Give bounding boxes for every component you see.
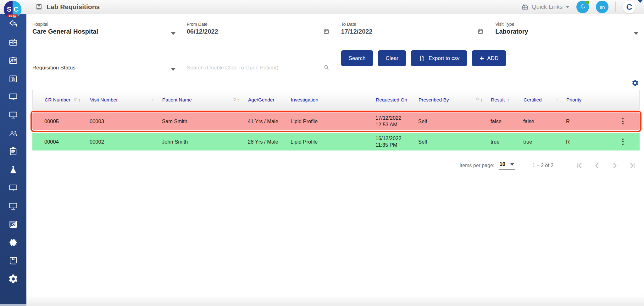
sidebar-item-workspace[interactable] — [8, 37, 19, 47]
sidebar-item-monitor-3[interactable] — [8, 183, 19, 193]
to-date-value: 17/12/2022 — [341, 28, 373, 35]
column-prescribed-by[interactable]: Prescribed By ↑ — [419, 97, 491, 103]
search-button-label: Search — [349, 55, 366, 62]
to-date-field[interactable]: To Date 17/12/2022 — [341, 22, 486, 38]
visit-type-label: Visit Type — [495, 22, 640, 27]
briefcase-icon — [8, 37, 19, 47]
cell-prescribed-by: Self — [418, 118, 491, 125]
export-csv-button[interactable]: Export to csv — [411, 50, 467, 66]
sort-arrow-icon[interactable]: ↑ — [238, 97, 240, 103]
quick-links-menu[interactable]: Quick Links — [521, 3, 569, 11]
hospital-select[interactable]: Hospital Care General Hospital — [32, 22, 177, 38]
language-button[interactable]: en — [596, 1, 608, 13]
search-input[interactable] — [187, 65, 309, 71]
cell-age-gender: 41 Yrs / Male — [248, 118, 291, 125]
sort-arrow-icon[interactable]: ↑ — [480, 97, 483, 103]
first-page-button[interactable] — [575, 161, 584, 170]
table-settings-button[interactable] — [631, 79, 639, 88]
column-label: Priority — [566, 97, 581, 103]
patient-search-field[interactable] — [187, 65, 331, 74]
sidebar-bottom-strip — [0, 304, 26, 306]
sidebar-item-users[interactable] — [8, 128, 19, 139]
table-row[interactable]: 00004 00002 John Smith 28 Yrs / Male Lip… — [32, 133, 640, 150]
beta-badge: BETA — [8, 14, 18, 17]
column-cr-number[interactable]: CR Number ↑ — [33, 97, 90, 103]
sidebar-item-burst[interactable] — [8, 237, 19, 248]
cell-visit-number: 00002 — [90, 139, 162, 145]
sidebar-item-settings[interactable] — [8, 274, 19, 284]
next-page-button[interactable] — [611, 161, 619, 170]
clear-button[interactable]: Clear — [378, 50, 406, 66]
brand-avatar[interactable]: C — [623, 0, 636, 14]
page-range: 1 – 2 of 2 — [532, 163, 553, 168]
column-label: Age/Gender — [248, 97, 275, 103]
notifications-button[interactable] — [576, 1, 589, 13]
items-per-page-select[interactable]: 10 — [499, 161, 515, 170]
sidebar-item-safe[interactable] — [8, 219, 19, 230]
sort-arrow-icon[interactable]: ↑ — [152, 97, 154, 103]
items-per-page-label: Items per page: — [459, 163, 494, 168]
top-header: S C BETA Lab Requisitions Quick Links en… — [0, 0, 644, 14]
sort-arrow-icon[interactable]: ↑ — [507, 97, 510, 103]
row-menu-button[interactable] — [621, 137, 625, 146]
sort-arrow-icon[interactable]: ↑ — [556, 97, 558, 103]
visit-type-select[interactable]: Visit Type Laboratory — [495, 22, 640, 38]
filter-funnel-icon[interactable] — [232, 98, 237, 102]
sidebar-item-schedule[interactable] — [8, 73, 19, 84]
filter-funnel-icon[interactable] — [73, 98, 78, 102]
sidebar-item-monitor-4[interactable] — [8, 201, 19, 211]
add-button[interactable]: + ADD — [472, 50, 506, 66]
requisition-status-select[interactable]: Requisition Status — [32, 65, 177, 74]
notification-dot — [586, 1, 589, 4]
column-visit-number[interactable]: Visit Number ↑ — [90, 97, 162, 103]
chevron-down-icon — [566, 6, 569, 8]
column-age-gender[interactable]: Age/Gender — [248, 97, 291, 103]
cell-priority: R — [566, 118, 610, 125]
corner-caret-icon[interactable] — [638, 0, 643, 3]
column-result[interactable]: Result ↑ — [491, 97, 524, 103]
sidebar-nav — [0, 14, 26, 306]
search-button[interactable]: Search — [341, 50, 373, 66]
cell-requested-on: 16/12/2022 11:35 PM — [375, 135, 418, 148]
monitor-icon — [8, 201, 19, 211]
calendar-picker-icon[interactable] — [477, 28, 484, 35]
book-title-icon — [35, 3, 43, 11]
sidebar-item-monitor-1[interactable] — [8, 91, 19, 102]
add-button-label: ADD — [487, 55, 498, 62]
from-date-field[interactable]: From Date 06/12/2022 — [187, 22, 331, 38]
column-priority[interactable]: Priority — [566, 97, 610, 103]
column-requested-on[interactable]: Requested On — [376, 97, 419, 103]
column-label: CR Number — [45, 97, 70, 103]
monitor-icon — [8, 91, 19, 102]
id-card-icon — [8, 55, 19, 66]
filter-funnel-icon[interactable] — [475, 98, 480, 102]
export-button-label: Export to csv — [429, 55, 459, 62]
paginator: Items per page: 10 1 – 2 of 2 — [32, 161, 640, 170]
row-menu-button[interactable] — [621, 117, 625, 126]
column-investigation[interactable]: Investigation — [291, 97, 376, 103]
sidebar-item-clipboard[interactable] — [8, 146, 19, 157]
sidebar-item-patients[interactable] — [8, 55, 19, 66]
sidebar-item-back[interactable] — [8, 19, 19, 29]
app-logo[interactable]: S C BETA — [4, 1, 21, 18]
column-label: Certified — [524, 97, 542, 103]
column-patient-name[interactable]: Patient Name ↑ — [162, 97, 248, 103]
calendar-picker-icon[interactable] — [323, 28, 330, 35]
sidebar-item-lab[interactable] — [8, 164, 19, 175]
previous-page-button[interactable] — [593, 161, 601, 170]
items-per-page-value: 10 — [499, 161, 505, 167]
sidebar-item-book[interactable] — [8, 255, 19, 266]
brand-letter: C — [626, 2, 632, 12]
gear-icon — [8, 274, 19, 284]
gift-icon — [521, 3, 529, 11]
last-page-button[interactable] — [628, 161, 636, 170]
sort-arrow-icon[interactable]: ↑ — [78, 97, 81, 103]
column-label: Investigation — [291, 97, 318, 103]
column-certified[interactable]: Certified ↑ — [524, 97, 566, 103]
cell-certified: true — [523, 139, 566, 145]
sidebar-item-monitor-2[interactable] — [8, 110, 19, 120]
table-row[interactable]: 00005 00003 Sam Smith 41 Yrs / Male Lipi… — [32, 112, 640, 130]
search-icon[interactable] — [323, 64, 330, 71]
chevron-down-icon — [171, 68, 175, 71]
cell-visit-number: 00003 — [90, 118, 162, 125]
